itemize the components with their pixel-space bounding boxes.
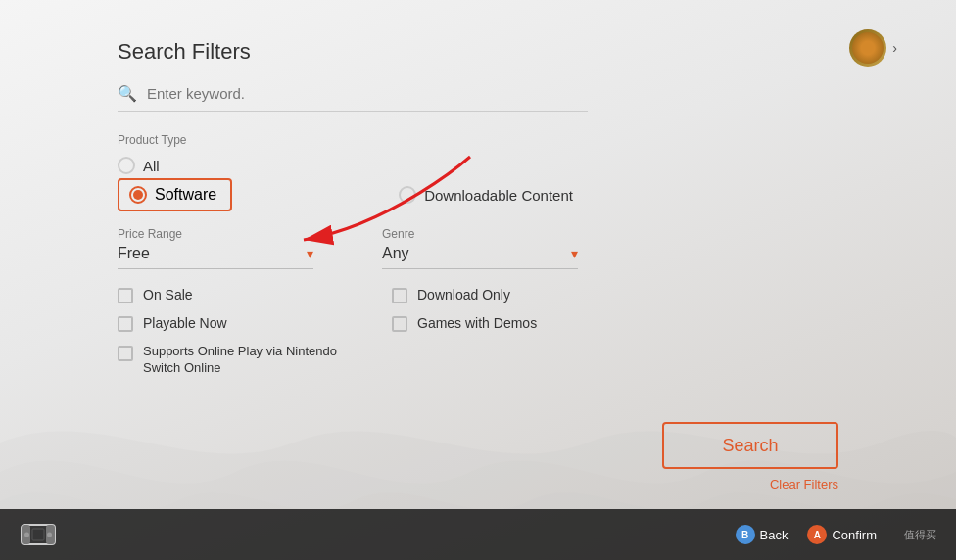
checkbox-label-playable-now: Playable Now	[143, 315, 227, 331]
checkbox-col-2: Download Only Games with Demos	[392, 287, 666, 377]
price-range-value: Free	[118, 245, 150, 262]
svg-rect-6	[32, 529, 44, 540]
radio-circle-downloadable	[399, 186, 416, 204]
avatar-image	[852, 32, 884, 64]
b-button-icon: B	[736, 525, 755, 544]
price-range-group: Price Range Free ▾	[118, 227, 313, 269]
radio-circle-all	[118, 157, 135, 174]
checkbox-box-playable-now	[118, 316, 133, 332]
search-action-area: Search Clear Filters	[662, 422, 838, 491]
filter-dropdowns: Price Range Free ▾ Genre Any ▾	[118, 227, 838, 269]
search-input[interactable]	[147, 85, 588, 102]
confirm-hint: A Confirm	[807, 525, 877, 544]
checkbox-playable-now[interactable]: Playable Now	[118, 315, 392, 332]
genre-arrow-icon: ▾	[571, 246, 578, 261]
search-bar[interactable]: 🔍	[118, 84, 588, 112]
bottom-bar: B Back A Confirm 值得买	[0, 509, 956, 560]
checkbox-online-play[interactable]: Supports Online Play via Nintendo Switch…	[118, 344, 392, 377]
bottom-left	[20, 521, 57, 548]
search-icon: 🔍	[118, 84, 137, 103]
radio-label-all: All	[143, 158, 160, 174]
back-hint: B Back	[736, 525, 789, 544]
genre-group: Genre Any ▾	[382, 227, 578, 269]
radio-label-downloadable: Downloadable Content	[424, 187, 573, 204]
checkbox-label-on-sale: On Sale	[143, 287, 193, 303]
svg-point-4	[24, 533, 29, 537]
radio-label-software: Software	[155, 186, 216, 204]
main-content: Search Filters 🔍 Product Type All Softwa…	[0, 0, 956, 397]
clear-filters-link[interactable]: Clear Filters	[770, 477, 838, 491]
checkbox-col-1: On Sale Playable Now Supports Online Pla…	[118, 287, 392, 377]
checkbox-label-games-with-demos: Games with Demos	[417, 315, 537, 331]
checkbox-download-only[interactable]: Download Only	[392, 287, 666, 303]
checkbox-label-online-play: Supports Online Play via Nintendo Switch…	[143, 344, 339, 377]
checkbox-on-sale[interactable]: On Sale	[118, 287, 392, 303]
a-button-icon: A	[807, 525, 827, 544]
radio-option-downloadable[interactable]: Downloadable Content	[399, 186, 573, 204]
search-button[interactable]: Search	[662, 422, 838, 469]
checkbox-label-download-only: Download Only	[417, 287, 510, 303]
genre-value: Any	[382, 245, 409, 262]
page-title: Search Filters	[118, 39, 838, 65]
confirm-label: Confirm	[832, 528, 877, 542]
watermark: 值得买	[904, 528, 936, 542]
radio-option-all[interactable]: All	[118, 157, 838, 174]
radio-option-software[interactable]: Software	[118, 178, 232, 211]
checkbox-box-download-only	[392, 288, 407, 303]
product-type-options-row: Software Downloadable Content	[118, 178, 838, 211]
radio-circle-software	[129, 186, 147, 204]
chevron-right-icon: ›	[892, 40, 897, 56]
switch-icon	[20, 521, 57, 548]
back-label: Back	[760, 528, 789, 542]
checkbox-games-with-demos[interactable]: Games with Demos	[392, 315, 666, 332]
checkbox-box-online-play	[118, 346, 133, 361]
user-profile-area[interactable]: ›	[849, 29, 897, 67]
avatar	[849, 29, 886, 67]
price-range-arrow-icon: ▾	[307, 246, 313, 261]
checkboxes-section: On Sale Playable Now Supports Online Pla…	[118, 287, 838, 377]
price-range-label: Price Range	[118, 227, 313, 241]
product-type-label: Product Type	[118, 133, 838, 147]
genre-label: Genre	[382, 227, 578, 241]
checkbox-box-games-with-demos	[392, 316, 407, 332]
screen: › Search Filters 🔍 Product Type All	[0, 0, 956, 560]
checkbox-box-on-sale	[118, 288, 133, 303]
bottom-right-nav: B Back A Confirm 值得买	[736, 525, 936, 544]
svg-point-5	[47, 533, 52, 537]
price-range-select[interactable]: Free ▾	[118, 245, 313, 269]
genre-select[interactable]: Any ▾	[382, 245, 578, 269]
